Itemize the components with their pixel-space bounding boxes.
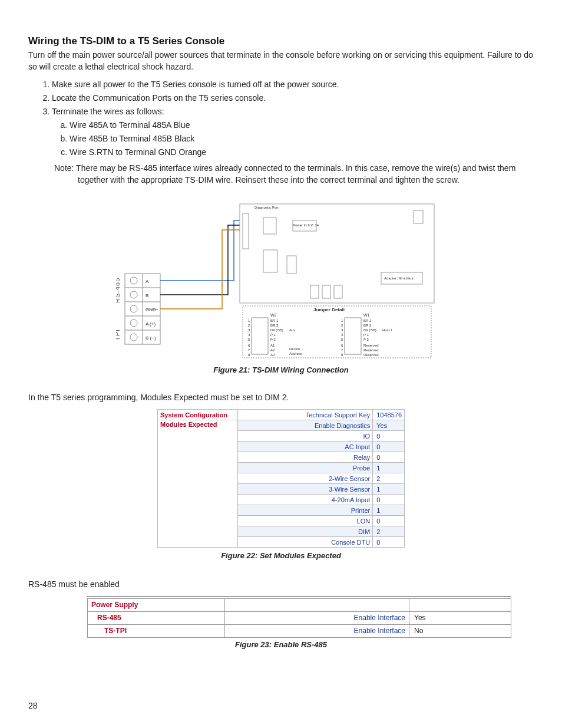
svg-text:3: 3 [341,328,343,332]
step-1: Make sure all power to the T5 Series con… [52,78,534,91]
figure-23-table: Power Supply RS-485 Enable Interface Yes… [87,597,511,638]
svg-text:Reserved: Reserved [363,344,379,347]
svg-text:5: 5 [248,338,250,341]
svg-text:BR 2: BR 2 [270,324,279,327]
section-heading: Wiring the TS-DIM to a T5 Series Console [28,35,534,47]
figure-23-caption: Figure 23: Enable RS-485 [28,640,534,649]
label-rs485-vert: RS-485 [116,277,121,302]
svg-rect-21 [287,256,296,274]
intro-paragraph: Turn off the main power source/all power… [28,50,534,73]
figure-21: RS-485 TPI A B GND A (+) B (−) [28,197,534,374]
svg-text:Diagnostic Port: Diagnostic Port [254,206,279,209]
svg-rect-36 [345,318,361,354]
svg-text:P 2: P 2 [270,338,276,341]
svg-text:Address: Address [289,352,302,355]
svg-text:Power In
9 V, 1A: Power In 9 V, 1A [293,223,319,227]
svg-text:4: 4 [341,333,343,337]
svg-text:B: B [146,293,148,298]
rs485-text: RS-485 must be enabled [28,579,534,591]
step-3: Terminate the wires as follows: Wire 485… [52,106,534,159]
page-number: 28 [28,701,38,710]
svg-text:7: 7 [248,348,250,352]
svg-text:1: 1 [341,319,343,322]
svg-text:W1: W1 [363,313,370,317]
svg-rect-24 [310,285,319,298]
svg-rect-20 [263,250,277,272]
step-list: Make sure all power to the T5 Series con… [52,78,534,159]
svg-point-7 [130,291,137,298]
svg-text:Adapter / Emulator: Adapter / Emulator [384,276,414,280]
svg-rect-26 [334,285,342,298]
svg-rect-17 [240,204,434,303]
svg-text:P 2: P 2 [363,338,369,341]
svg-text:D9 (7/8): D9 (7/8) [363,328,376,332]
svg-text:BR 2: BR 2 [363,324,372,327]
svg-text:6: 6 [341,344,343,347]
svg-point-9 [130,319,137,327]
substep-a: Wire 485A to Terminal 485A Blue [70,119,534,131]
svg-rect-30 [414,210,423,223]
modules-expected-header: Modules Expected [158,420,238,548]
svg-text:4: 4 [248,333,250,337]
step-2: Locate the Communication Ports on the T5… [52,92,534,104]
svg-text:8: 8 [248,353,250,357]
svg-text:3: 3 [248,328,250,332]
midtext-dim2: In the T5 series programming, Modules Ex… [28,392,534,404]
svg-text:P 1: P 1 [363,333,369,337]
svg-point-8 [130,305,137,312]
svg-rect-35 [252,318,268,354]
svg-rect-25 [322,285,330,298]
svg-text:Reserved: Reserved [363,348,379,352]
svg-text:D9 (7/8): D9 (7/8) [270,328,283,332]
svg-text:7: 7 [341,348,343,352]
svg-text:BR 1: BR 1 [363,319,372,322]
figure-22-caption: Figure 22: Set Modules Expected [157,551,405,560]
svg-text:5: 5 [341,338,343,341]
svg-text:A (+): A (+) [146,321,156,327]
substep-c: Wire S.RTN to Terminal GND Orange [70,146,534,159]
svg-text:2: 2 [248,324,250,327]
svg-text:1: 1 [248,319,250,322]
svg-text:Jumper Detail: Jumper Detail [313,307,345,312]
sysconfig-header: System Configuration [158,410,238,420]
figure-22-table: System Configuration Technical Support K… [157,409,405,560]
substep-b: Wire 485B to Terminal 485B Black [70,133,534,145]
svg-text:A: A [146,279,149,284]
svg-text:Aux: Aux [289,328,295,332]
note-paragraph: Note: There may be RS-485 interface wire… [28,162,534,186]
svg-text:A2: A2 [270,348,275,352]
svg-text:A0: A0 [270,353,275,357]
svg-text:A1: A1 [270,344,275,347]
svg-text:Host 1: Host 1 [382,328,393,332]
svg-text:Reserved: Reserved [363,353,379,357]
svg-text:W2: W2 [270,313,277,317]
svg-text:Device: Device [289,347,300,351]
svg-text:8: 8 [341,353,343,357]
svg-point-6 [130,277,137,284]
figure-21-caption: Figure 21: TS-DIM Wiring Connection [28,365,534,374]
wiring-diagram: RS-485 TPI A B GND A (+) B (−) [116,197,446,362]
svg-text:B (−): B (−) [146,335,156,341]
label-tpi-vert: TPI [116,329,121,341]
svg-text:BR 1: BR 1 [270,319,279,322]
svg-text:P 1: P 1 [270,333,276,337]
svg-rect-19 [263,218,276,234]
svg-point-10 [130,334,137,341]
svg-text:6: 6 [248,344,250,347]
svg-rect-18 [243,213,249,249]
svg-text:2: 2 [341,324,343,327]
